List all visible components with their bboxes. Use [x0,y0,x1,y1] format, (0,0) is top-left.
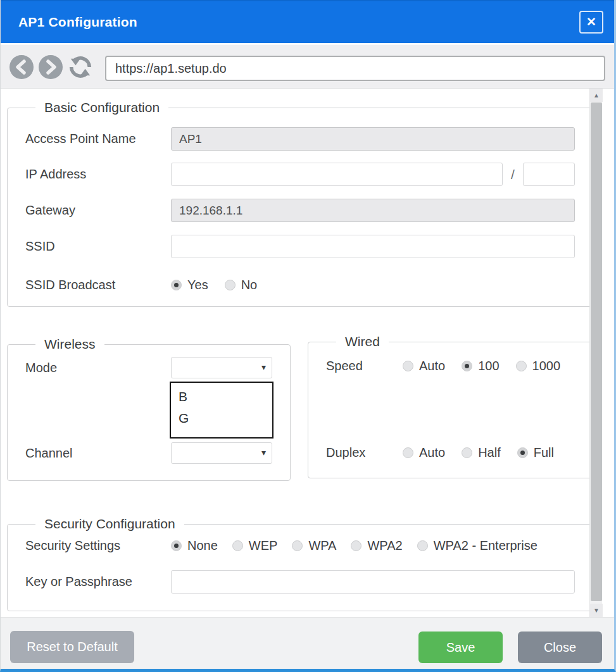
scroll-down-icon[interactable]: ▼ [590,604,603,617]
radio-option-duplex-full[interactable]: Full [517,445,554,460]
browser-toolbar [1,43,614,89]
security-wpa2-label: WPA2 [367,538,402,553]
speed-row: Speed Auto 100 1000 [326,355,577,376]
radio-option-none[interactable]: None [171,538,218,553]
gateway-label: Gateway [25,203,171,218]
yes-radio-icon[interactable] [171,280,182,290]
refresh-button[interactable] [67,54,92,80]
duplex-full-radio-icon[interactable] [517,447,528,458]
security-wep-radio-icon[interactable] [232,540,243,551]
save-button[interactable]: Save [418,632,503,663]
back-button[interactable] [9,54,34,80]
security-configuration-legend: Security Configuration [35,516,184,532]
ssid-broadcast-row: SSID Broadcast Yes No [25,275,575,294]
ip-mask-field[interactable] [523,163,575,186]
duplex-full-label: Full [534,445,554,460]
scrollbar-thumb[interactable] [591,103,602,601]
radio-option-yes[interactable]: Yes [171,278,208,292]
key-or-passphrase-field[interactable] [171,570,575,594]
radio-option-speed-1000[interactable]: 1000 [516,359,561,373]
radio-option-duplex-half[interactable]: Half [462,445,501,460]
ssid-row: SSID [25,235,575,258]
security-settings-radio-group: None WEP WPA WPA2 [171,538,552,553]
yes-radio-label: Yes [187,278,208,292]
radio-option-speed-100[interactable]: 100 [462,359,499,373]
ssid-broadcast-label: SSID Broadcast [25,278,171,292]
chevron-down-icon: ▾ [261,362,266,372]
dialog-footer: Reset to Default Save Close [1,617,614,669]
radio-option-wpa2[interactable]: WPA2 [351,538,402,553]
ssid-label: SSID [25,239,171,254]
duplex-auto-label: Auto [419,445,445,460]
access-point-name-field [171,127,575,151]
ssid-field[interactable] [171,235,575,258]
no-radio-label: No [241,278,258,292]
forward-arrow-icon [38,54,63,80]
speed-100-label: 100 [478,359,499,373]
speed-1000-radio-icon[interactable] [516,361,527,371]
wired-section: Wired Speed Auto 100 1000 [308,334,594,478]
radio-option-duplex-auto[interactable]: Auto [403,445,445,460]
close-button[interactable]: Close [518,632,602,663]
speed-auto-label: Auto [419,359,445,373]
security-none-radio-icon[interactable] [171,540,182,551]
channel-dropdown[interactable]: ▾ [171,442,272,464]
duplex-row: Duplex Auto Half Full [326,442,577,463]
wireless-legend: Wireless [35,337,104,352]
security-wpa-radio-icon[interactable] [292,540,303,551]
speed-label: Speed [326,359,403,373]
no-radio-icon[interactable] [225,280,236,290]
security-wpa2-enterprise-radio-icon[interactable] [417,540,428,551]
mode-dropdown[interactable]: ▾ [171,357,272,378]
security-wpa-label: WPA [308,538,336,553]
mode-option-b[interactable]: B [171,386,272,408]
close-icon[interactable]: ✕ [579,11,603,34]
speed-radio-group: Auto 100 1000 [403,359,577,373]
dialog-title: AP1 Configuration [18,15,137,30]
radio-option-speed-auto[interactable]: Auto [403,359,445,373]
ip-slash-separator: / [511,167,515,182]
wired-legend: Wired [336,334,389,349]
duplex-half-radio-icon[interactable] [462,447,472,458]
key-or-passphrase-row: Key or Passphrase [25,570,575,594]
security-wep-label: WEP [249,538,278,553]
refresh-icon [67,54,94,80]
mode-label: Mode [25,361,171,375]
scroll-up-icon[interactable]: ▲ [590,89,603,102]
basic-configuration-legend: Basic Configuration [35,100,168,115]
speed-100-radio-icon[interactable] [462,361,472,371]
chevron-down-icon: ▾ [261,447,266,457]
ssid-broadcast-radio-group: Yes No [171,278,273,292]
back-arrow-icon [9,54,34,80]
reset-to-default-button[interactable]: Reset to Default [10,631,134,663]
security-wpa2-radio-icon[interactable] [351,540,361,551]
radio-option-wpa[interactable]: WPA [292,538,336,553]
mode-row: Mode ▾ [25,357,273,378]
forward-button[interactable] [38,54,63,80]
security-none-label: None [187,538,218,553]
address-bar-input[interactable] [105,56,605,81]
security-settings-label: Security Settings [25,538,171,553]
duplex-label: Duplex [326,445,403,460]
dialog-content: Basic Configuration Access Point Name IP… [1,89,602,617]
vertical-scrollbar[interactable]: ▲ ▼ [589,89,602,617]
radio-option-no[interactable]: No [225,278,258,292]
speed-1000-label: 1000 [532,359,561,373]
channel-row: Channel ▾ [25,442,273,464]
ip-address-label: IP Address [25,167,171,182]
access-point-name-row: Access Point Name [25,127,575,151]
security-wpa2-enterprise-label: WPA2 - Enterprise [434,538,537,553]
radio-option-wep[interactable]: WEP [232,538,278,553]
ap1-configuration-dialog: AP1 Configuration ✕ [0,0,616,672]
ip-address-field[interactable] [171,163,503,186]
gateway-field [171,199,575,222]
mode-dropdown-open-list: B G [170,382,273,439]
duplex-half-label: Half [478,445,501,460]
duplex-auto-radio-icon[interactable] [403,447,413,458]
radio-option-wpa2-enterprise[interactable]: WPA2 - Enterprise [417,538,537,553]
ip-address-row: IP Address / [25,163,575,186]
gateway-row: Gateway [25,199,575,222]
speed-auto-radio-icon[interactable] [403,361,413,371]
mode-option-g[interactable]: G [171,408,272,429]
duplex-radio-group: Auto Half Full [403,445,570,460]
